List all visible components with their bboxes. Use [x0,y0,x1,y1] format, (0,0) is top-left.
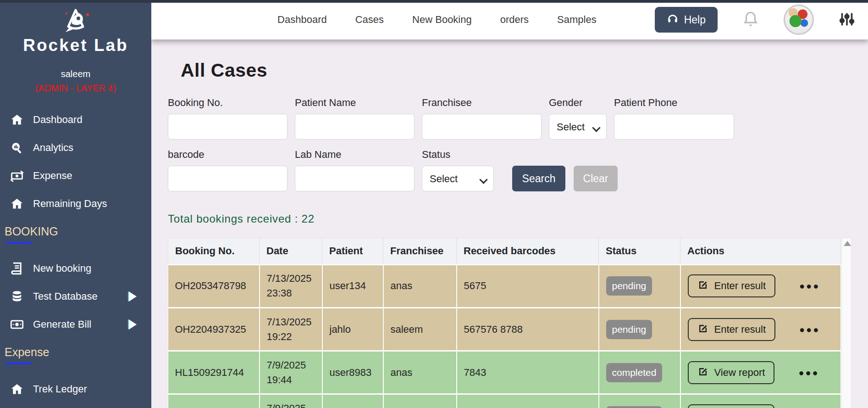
cell-barcodes: 567576 8788 [457,308,599,351]
rocket-lab-logo-icon [48,8,103,35]
more-options-button[interactable]: ●●● [799,325,820,334]
cell-status: completed [599,394,680,408]
nav-new-booking[interactable]: New Booking [412,14,472,26]
status-badge: completed [606,406,663,408]
cell-booking-no: OH2204937325 [168,308,260,351]
table-row: OH2053478798 7/13/2025 23:38 user134 ana… [168,265,841,308]
sidebar-item-new-booking[interactable]: New booking [0,254,151,282]
book-icon [10,262,24,275]
sidebar-item-label: Dashboard [33,114,83,126]
sidebar-item-dashboard[interactable]: Dashboard [0,106,151,134]
help-button[interactable]: Help [655,7,718,33]
sidebar-item-analytics[interactable]: Analytics [0,134,151,162]
filter-booking-no: Booking No. [168,97,287,140]
logo-text: Rocket Lab [0,36,151,55]
section-underline [6,242,32,244]
sidebar-item-label: Analytics [33,142,73,154]
patient-name-label: Patient Name [295,97,415,109]
cell-patient: user2443 [322,394,383,408]
patient-phone-input[interactable] [614,114,734,140]
barcode-input[interactable] [168,166,287,191]
sidebar-item-label: New booking [33,263,91,274]
section-label: BOOKING [5,225,151,238]
clear-button[interactable]: Clear [574,166,618,191]
edit-icon [697,279,708,293]
cell-booking-no: HL6213567673 [168,394,260,408]
sliders-icon [839,11,855,29]
user-block: saleem (ADMIN - LAYER 4) [0,67,151,95]
filter-franchisee: Franchisee [422,97,542,140]
filter-patient-name: Patient Name [295,97,415,140]
table-row: HL1509291744 7/9/2025 19:44 user8983 ana… [168,351,841,394]
search-button[interactable]: Search [512,166,565,191]
page-content: All Cases Booking No. Patient Name Franc… [151,39,868,408]
nav-samples[interactable]: Samples [557,14,597,26]
edit-icon [697,323,708,336]
total-bookings-summary: Total bookings received : 22 [168,212,868,225]
home-icon [10,113,24,127]
cell-date: 7/9/2025 19:44 [260,351,322,394]
sidebar-section-expense: Expense [0,346,151,372]
barcode-label: barcode [168,149,287,161]
top-accent-bar [0,0,868,3]
sidebar-item-expense-2[interactable]: Expense [0,403,151,408]
settings-sliders-button[interactable] [839,11,855,29]
more-options-button[interactable]: ●●● [799,281,820,291]
status-badge: completed [606,363,663,382]
logo: Rocket Lab [0,8,151,55]
enter-result-button[interactable]: Enter result [688,274,776,297]
user-avatar[interactable] [784,5,814,35]
cell-franchisee: saleem [383,308,457,351]
home-icon [10,197,24,211]
sidebar-item-trek-ledger[interactable]: Trek Ledger [0,375,151,403]
filter-barcode: barcode [168,149,287,191]
cell-barcodes: 9898 [457,394,599,408]
nav-cases[interactable]: Cases [355,14,384,26]
action-label: Enter result [714,324,766,335]
franchisee-input[interactable] [422,114,542,140]
cell-actions: View report ●●● [680,394,841,408]
sidebar-item-label: Generate Bill [33,319,91,330]
view-report-button[interactable]: View report [688,404,775,408]
cell-actions: View report ●●● [680,351,841,394]
cell-franchisee: saleem [383,394,457,408]
bell-icon [742,11,759,29]
date-line1: 7/9/2025 [267,358,322,373]
notifications-button[interactable] [742,11,759,29]
user-role: (ADMIN - LAYER 4) [0,81,151,95]
gender-select[interactable]: Select [549,114,607,140]
sidebar-item-test-database[interactable]: Test Database [0,282,151,310]
edit-icon [697,366,708,380]
headphones-icon [667,12,679,27]
scroll-up-arrow[interactable] [844,241,851,246]
cases-table-wrap: Booking No. Date Patient Franchisee Rece… [168,238,851,408]
enter-result-button[interactable]: Enter result [688,318,776,341]
table-row: OH2204937325 7/13/2025 19:22 jahlo salee… [168,308,841,351]
cell-booking-no: OH2053478798 [168,265,260,308]
col-status: Status [599,238,680,265]
sidebar-item-generate-bill[interactable]: Generate Bill [0,310,151,338]
sidebar-item-label: Test Database [33,291,98,302]
cell-patient: user8983 [322,351,383,394]
sidebar-item-remaining-days[interactable]: Remaining Days [0,190,151,218]
filter-gender: Gender Select [549,97,607,140]
franchisee-label: Franchisee [422,97,542,109]
sidebar: Rocket Lab saleem (ADMIN - LAYER 4) Dash… [0,0,151,408]
date-line1: 7/9/2025 [267,401,322,408]
table-scrollbar[interactable] [841,238,852,408]
nav-orders[interactable]: orders [500,14,529,26]
banknote-icon [10,318,24,331]
lab-name-input[interactable] [295,166,415,191]
cell-franchisee: anas [383,351,457,394]
cell-date: 7/13/2025 23:38 [260,265,322,308]
status-select[interactable]: Select [422,166,494,191]
view-report-button[interactable]: View report [688,361,775,384]
nav-dashboard[interactable]: Dashboard [277,14,327,26]
cell-status: completed [599,351,680,394]
more-options-button[interactable]: ●●● [798,368,819,377]
patient-name-input[interactable] [295,114,415,140]
sidebar-item-expense[interactable]: Expense [0,162,151,190]
booking-no-input[interactable] [168,114,287,140]
app-screen: Rocket Lab saleem (ADMIN - LAYER 4) Dash… [0,0,868,408]
action-label: View report [714,367,765,379]
